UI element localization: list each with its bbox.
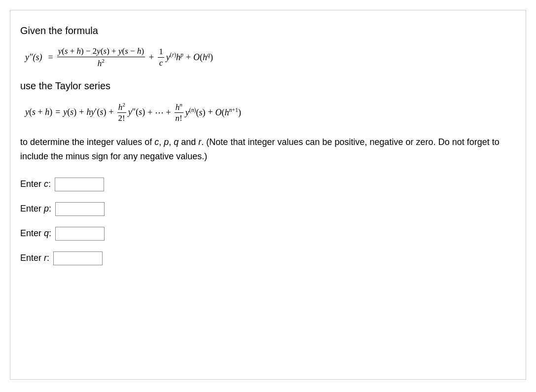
main-formula-row: y″(s) = y(s + h) − 2y(s) + y(s − h) h2 +… <box>25 46 516 69</box>
description-text: to determine the integer values of c, p,… <box>20 135 516 164</box>
taylor-term1: y(s) <box>63 107 76 117</box>
plus-sign-1: + <box>149 52 154 63</box>
one-over-c-fraction: 1 c <box>158 47 164 68</box>
input-r[interactable] <box>53 251 103 265</box>
lhs-label: y″(s) <box>25 52 42 63</box>
use-taylor-label: use the Taylor series <box>20 80 516 92</box>
h2-num: h2 <box>117 102 126 113</box>
given-formula-title: Given the formula <box>20 25 516 36</box>
fraction-numerator: y(s + h) − 2y(s) + y(s − h) <box>57 46 145 57</box>
input-c[interactable] <box>55 178 104 191</box>
hn-num: hn <box>175 102 183 113</box>
taylor-big-o: O(hn+1) <box>215 107 241 118</box>
equals-sign: = <box>48 52 53 63</box>
nfact-den: n! <box>175 113 183 123</box>
input-row-r: Enter r: <box>20 251 516 265</box>
taylor-equals: = <box>55 107 60 117</box>
label-q: Enter q: <box>20 228 51 239</box>
taylor-term2: hy′(s) <box>87 107 107 117</box>
big-o-term: O(hq) <box>193 52 213 63</box>
main-fraction: y(s + h) − 2y(s) + y(s − h) h2 <box>57 46 145 69</box>
plus3: + ⋯ + <box>147 107 171 118</box>
label-r: Enter r: <box>20 253 49 263</box>
taylor-yn: y(n)(s) <box>185 107 206 118</box>
y-r-hp: y(r)hp <box>166 52 183 63</box>
plus4: + <box>208 107 213 117</box>
taylor-formula-block: y(s + h) = y(s) + hy′(s) + h2 2! y″(s) +… <box>20 102 516 124</box>
desc-part1: to determine the integer values of <box>20 137 152 147</box>
2fact-den: 2! <box>117 113 126 123</box>
plus-sign-2: + <box>186 52 191 63</box>
plus2: + <box>108 107 113 117</box>
input-p[interactable] <box>55 202 105 216</box>
fraction-denominator: h2 <box>97 57 106 69</box>
hn-over-nfact: hn n! <box>175 102 183 124</box>
taylor-lhs: y(s + h) <box>25 107 52 117</box>
desc-and: and <box>181 137 196 147</box>
one-numerator: 1 <box>158 47 164 58</box>
plus1: + <box>79 107 84 117</box>
input-q[interactable] <box>55 227 105 241</box>
c-denominator: c <box>158 58 164 68</box>
taylor-y2: y″(s) <box>128 107 145 117</box>
h2-over-2fact: h2 2! <box>117 102 126 124</box>
input-row-q: Enter q: <box>20 227 516 241</box>
main-formula-block: y″(s) = y(s + h) − 2y(s) + y(s − h) h2 +… <box>20 46 516 69</box>
input-row-p: Enter p: <box>20 202 516 216</box>
label-p: Enter p: <box>20 204 51 214</box>
page-container: Given the formula y″(s) = y(s + h) − 2y(… <box>10 10 526 380</box>
label-c: Enter c: <box>20 179 51 189</box>
desc-vars: c, p, q <box>154 137 181 147</box>
taylor-formula-row: y(s + h) = y(s) + hy′(s) + h2 2! y″(s) +… <box>25 102 516 124</box>
desc-r: r. <box>198 137 204 147</box>
input-row-c: Enter c: <box>20 178 516 191</box>
